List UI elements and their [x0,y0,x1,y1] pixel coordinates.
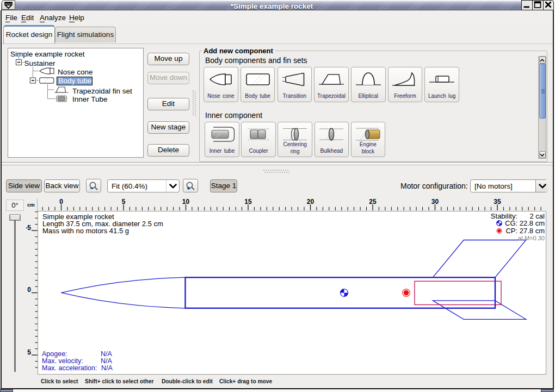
svg-text:CP: 27.8 cm: CP: 27.8 cm [505,227,545,235]
svg-text:Max. velocity:: Max. velocity: [42,357,83,365]
svg-text:0: 0 [59,198,63,206]
svg-text:30: 30 [431,198,439,206]
svg-text:25: 25 [369,198,377,206]
svg-text:20: 20 [307,198,314,206]
svg-text:0: 0 [27,286,31,294]
svg-text:N/A: N/A [101,357,113,365]
svg-text:at M=0.30: at M=0.30 [518,235,545,241]
svg-text:CG: 22.8 cm: CG: 22.8 cm [505,219,545,227]
svg-text:5: 5 [122,198,126,206]
svg-text:10: 10 [182,198,190,206]
svg-text:35: 35 [494,198,501,206]
svg-text:Mass with no motors 41.5 g: Mass with no motors 41.5 g [42,227,129,235]
svg-text:Max. acceleration:: Max. acceleration: [42,364,97,372]
svg-text:Apogee:: Apogee: [42,350,67,358]
svg-text:-5: -5 [26,224,31,232]
svg-text:N/A: N/A [101,364,113,372]
svg-text:N/A: N/A [101,350,113,358]
svg-text:15: 15 [244,198,252,206]
svg-text:5: 5 [27,349,31,356]
